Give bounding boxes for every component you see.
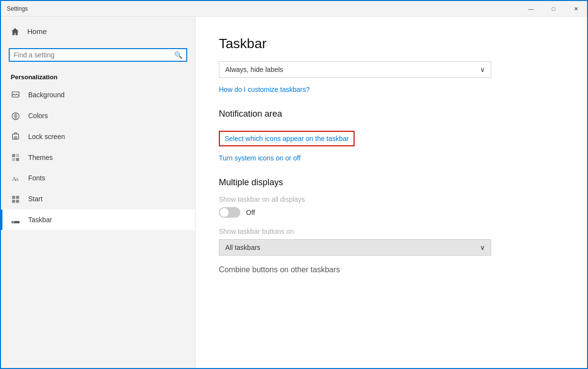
sidebar-item-start[interactable]: Start xyxy=(1,189,195,210)
notification-area-title: Notification area xyxy=(219,109,564,119)
sidebar-item-fonts-label: Fonts xyxy=(28,174,45,182)
titlebar-controls: — □ ✕ xyxy=(520,1,587,17)
taskbar-mode-value: Always, hide labels xyxy=(225,66,283,73)
toggle-knob xyxy=(220,208,229,217)
maximize-button[interactable]: □ xyxy=(542,1,565,17)
svg-rect-11 xyxy=(16,195,19,198)
home-icon xyxy=(11,26,19,36)
sidebar-item-background-label: Background xyxy=(28,91,65,99)
svg-text:A: A xyxy=(16,177,19,182)
svg-rect-15 xyxy=(13,222,15,223)
search-icon: 🔍 xyxy=(174,51,182,59)
main-content: Taskbar Always, hide labels ∨ How do I c… xyxy=(196,17,587,369)
sidebar-item-taskbar-label: Taskbar xyxy=(28,216,52,224)
svg-rect-7 xyxy=(16,158,19,161)
taskbar-buttons-value: All taskbars xyxy=(225,244,260,251)
titlebar: Settings — □ ✕ xyxy=(1,1,587,17)
close-button[interactable]: ✕ xyxy=(565,1,587,17)
sidebar-item-themes-label: Themes xyxy=(28,154,53,161)
start-icon xyxy=(11,194,20,204)
dropdown-chevron-icon: ∨ xyxy=(480,66,485,73)
sidebar-item-fonts[interactable]: A A Fonts xyxy=(1,168,195,189)
app-container: Home 🔍 Personalization Background Color xyxy=(1,17,587,369)
svg-rect-12 xyxy=(12,199,15,202)
combine-buttons-label: Combine buttons on other taskbars xyxy=(219,265,564,274)
show-taskbar-label: Show taskbar on all displays xyxy=(219,195,564,203)
toggle-off-label: Off xyxy=(246,209,255,216)
sidebar-item-lock-screen-label: Lock screen xyxy=(28,133,65,141)
sidebar-item-lock-screen[interactable]: Lock screen xyxy=(1,126,195,147)
svg-rect-5 xyxy=(16,154,19,157)
colors-icon xyxy=(11,111,20,121)
home-label: Home xyxy=(27,27,47,35)
background-icon xyxy=(11,90,20,100)
svg-rect-10 xyxy=(12,195,15,198)
search-box[interactable]: 🔍 xyxy=(9,48,187,62)
taskbar-buttons-chevron-icon: ∨ xyxy=(480,244,485,251)
multiple-displays-section: Multiple displays Show taskbar on all di… xyxy=(219,177,564,274)
sidebar-item-background[interactable]: Background xyxy=(1,85,195,105)
customize-taskbars-link[interactable]: How do I customize taskbars? xyxy=(219,86,564,93)
taskbar-mode-dropdown[interactable]: Always, hide labels ∨ xyxy=(219,61,491,78)
taskbar-buttons-dropdown[interactable]: All taskbars ∨ xyxy=(219,239,491,256)
svg-rect-3 xyxy=(14,136,17,139)
themes-icon xyxy=(11,153,20,162)
sidebar: Home 🔍 Personalization Background Color xyxy=(1,17,196,369)
titlebar-title: Settings xyxy=(7,5,28,12)
search-input[interactable] xyxy=(14,51,174,59)
minimize-button[interactable]: — xyxy=(520,1,542,17)
multiple-displays-title: Multiple displays xyxy=(219,177,564,188)
svg-rect-6 xyxy=(12,158,15,161)
show-buttons-label: Show taskbar buttons on xyxy=(219,228,564,235)
sidebar-item-home[interactable]: Home xyxy=(1,17,195,46)
sidebar-item-colors-label: Colors xyxy=(28,112,48,120)
sidebar-item-taskbar[interactable]: Taskbar xyxy=(1,210,195,230)
fonts-icon: A A xyxy=(11,174,20,183)
sidebar-item-start-label: Start xyxy=(28,195,43,203)
turn-icons-link[interactable]: Turn system icons on or off xyxy=(219,154,564,162)
svg-rect-13 xyxy=(16,199,19,202)
sidebar-section-label: Personalization xyxy=(1,68,195,85)
svg-rect-4 xyxy=(12,154,15,157)
sidebar-item-colors[interactable]: Colors xyxy=(1,105,195,126)
select-icons-link[interactable]: Select which icons appear on the taskbar xyxy=(219,131,355,146)
lock-screen-icon xyxy=(11,132,20,141)
notification-area-section: Notification area Select which icons app… xyxy=(219,109,564,162)
show-taskbar-toggle-row: Off xyxy=(219,207,564,218)
sidebar-item-themes[interactable]: Themes xyxy=(1,147,195,168)
show-taskbar-toggle[interactable] xyxy=(219,207,240,218)
taskbar-icon xyxy=(11,215,20,225)
page-title: Taskbar xyxy=(219,36,564,52)
